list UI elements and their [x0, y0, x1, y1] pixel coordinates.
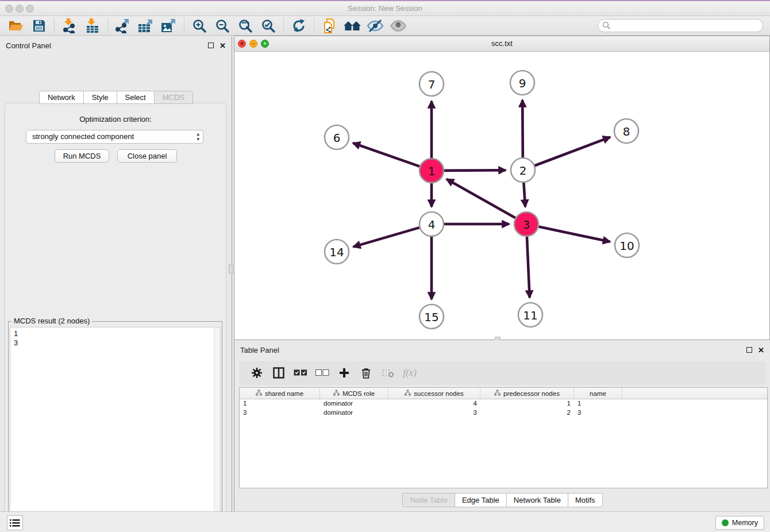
tab-network-table[interactable]: Network Table: [506, 493, 568, 507]
close-panel-icon[interactable]: ✕: [220, 41, 226, 50]
tab-edge-table[interactable]: Edge Table: [455, 493, 506, 507]
node-label-14: 14: [329, 245, 344, 259]
column-header-predecessor-nodes[interactable]: predecessor nodes: [480, 388, 574, 399]
main-toolbar: [0, 16, 770, 36]
zoom-out-icon[interactable]: [211, 17, 234, 34]
cell-1-3[interactable]: 2: [480, 408, 574, 418]
edge-3-11[interactable]: [527, 237, 530, 298]
cell-1-0[interactable]: 3: [240, 408, 320, 418]
delete-column-icon[interactable]: [355, 364, 377, 381]
panel-splitter-grip[interactable]: [229, 264, 233, 273]
close-table-panel-icon[interactable]: ✕: [758, 346, 764, 354]
tab-select[interactable]: Select: [117, 91, 154, 104]
network-canvas[interactable]: 7968124314101511: [234, 52, 769, 340]
cell-0-3[interactable]: 1: [480, 399, 574, 408]
search-input[interactable]: [598, 19, 763, 32]
column-edit-icon: [494, 390, 500, 397]
refresh-view-icon[interactable]: [287, 17, 310, 34]
edge-3-10[interactable]: [539, 227, 610, 242]
automation-panel-button[interactable]: [7, 515, 23, 530]
cell-1-1[interactable]: dominator: [320, 408, 388, 418]
function-builder-icon: f(x): [399, 364, 421, 381]
cell-1-4[interactable]: 3: [574, 408, 622, 418]
tab-motifs[interactable]: Motifs: [568, 493, 603, 507]
memory-button[interactable]: Memory: [715, 516, 764, 530]
mcds-result-title: MCDS result (2 nodes): [11, 317, 92, 325]
zoom-in-icon[interactable]: [188, 17, 211, 34]
edge-4-14[interactable]: [353, 228, 419, 246]
add-column-icon[interactable]: [333, 364, 355, 381]
node-label-7: 7: [428, 78, 436, 91]
open-cybrowser-icon[interactable]: [318, 17, 341, 34]
control-panel-header: Control Panel ✕: [0, 36, 232, 55]
result-scrollbar[interactable]: [214, 327, 220, 532]
tab-style[interactable]: Style: [83, 91, 117, 104]
table-toolbar: f(x): [239, 361, 766, 385]
export-network-icon[interactable]: [111, 17, 134, 34]
column-header-MCDS-role[interactable]: MCDS role: [320, 388, 388, 399]
column-label: predecessor nodes: [503, 390, 560, 397]
node-label-6: 6: [333, 131, 341, 145]
tab-network[interactable]: Network: [39, 91, 83, 104]
node-label-10: 10: [619, 239, 634, 253]
network-maximize-icon[interactable]: +: [261, 40, 269, 48]
network-window-titlebar: ✕ − + scc.txt: [234, 36, 769, 52]
float-panel-icon[interactable]: [208, 43, 214, 48]
list-icon: [10, 519, 20, 527]
memory-status-icon: [722, 519, 729, 526]
optimization-criterion-select[interactable]: strongly connected component ▴▾: [26, 130, 203, 144]
titlebar: Session: New Session: [0, 0, 770, 16]
show-panel-eye-icon[interactable]: [387, 17, 410, 34]
table-options-icon[interactable]: [246, 364, 268, 381]
hide-panel-eye-icon[interactable]: [364, 17, 387, 34]
table-row[interactable]: 3dominator323: [240, 408, 767, 418]
mcds-result-list[interactable]: 1 3: [10, 327, 221, 532]
node-label-15: 15: [424, 310, 438, 324]
save-session-icon[interactable]: [28, 17, 51, 34]
column-header-shared-name[interactable]: shared name: [240, 388, 320, 399]
tab-node-table[interactable]: Node Table: [402, 493, 455, 507]
window-minimize-button[interactable]: [16, 5, 24, 13]
show-columns-icon[interactable]: [268, 364, 290, 381]
run-mcds-button[interactable]: Run MCDS: [55, 149, 109, 163]
node-table[interactable]: shared nameMCDS rolesuccessor nodesprede…: [239, 387, 768, 488]
edge-1-2[interactable]: [444, 170, 506, 171]
zoom-selected-icon[interactable]: [257, 17, 280, 34]
node-label-4: 4: [428, 218, 436, 232]
table-panel-tabs: Node TableEdge TableNetwork TableMotifs: [234, 493, 770, 507]
select-all-columns-icon[interactable]: [290, 364, 311, 381]
edge-2-9[interactable]: [522, 100, 523, 157]
deselect-all-columns-icon[interactable]: [311, 364, 333, 381]
close-panel-button[interactable]: Close panel: [117, 149, 177, 163]
toolbar-separator: [314, 18, 314, 33]
window-close-button[interactable]: [5, 5, 13, 13]
cell-0-1[interactable]: dominator: [320, 399, 388, 408]
edge-2-3[interactable]: [523, 183, 525, 207]
float-table-panel-icon[interactable]: [746, 347, 752, 353]
import-table-icon[interactable]: [81, 17, 104, 34]
window-zoom-button[interactable]: [26, 5, 34, 13]
cell-0-4[interactable]: 1: [574, 399, 622, 408]
column-header-successor-nodes[interactable]: successor nodes: [388, 388, 480, 399]
edge-2-8[interactable]: [535, 137, 610, 166]
export-image-icon[interactable]: [157, 17, 180, 34]
cell-0-0[interactable]: 1: [240, 399, 320, 408]
open-session-icon[interactable]: [5, 17, 28, 34]
zoom-fit-icon[interactable]: [234, 17, 257, 34]
table-panel: Table Panel ✕ f(x) shared nameMCDS roles…: [234, 340, 770, 511]
cell-1-2[interactable]: 3: [388, 408, 480, 418]
network-minimize-icon[interactable]: −: [249, 40, 257, 48]
network-close-icon[interactable]: ✕: [238, 40, 246, 48]
search-field-container: [598, 19, 763, 32]
import-network-icon[interactable]: [58, 17, 81, 34]
node-table-header: shared nameMCDS rolesuccessor nodesprede…: [240, 388, 767, 399]
table-row[interactable]: 1dominator411: [240, 399, 767, 408]
column-header-name[interactable]: name: [574, 388, 622, 399]
edge-1-6[interactable]: [353, 143, 419, 167]
show-home-icon[interactable]: [341, 17, 364, 34]
tab-mcds[interactable]: MCDS: [154, 91, 193, 104]
status-bar: Memory: [0, 511, 770, 532]
cell-0-2[interactable]: 4: [388, 399, 480, 408]
edge-3-1[interactable]: [446, 179, 515, 218]
export-table-icon[interactable]: [134, 17, 157, 34]
